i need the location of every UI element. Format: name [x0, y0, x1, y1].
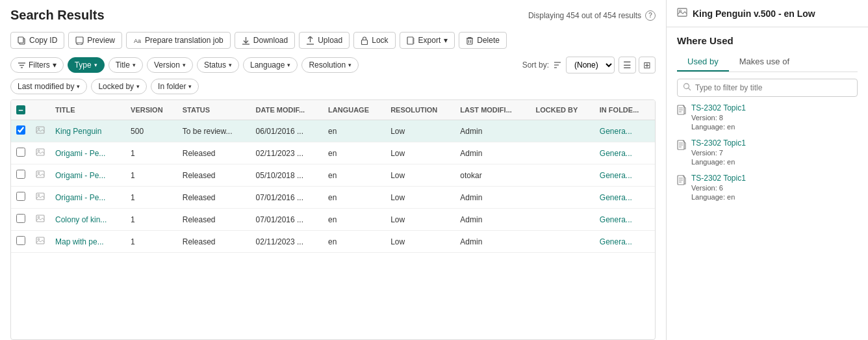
lock-button[interactable]: Lock — [353, 32, 395, 49]
th-status: STATUS — [177, 100, 251, 120]
table-header-row: TITLE VERSION STATUS DATE MODIF... LANGU… — [11, 100, 655, 120]
svg-point-36 — [38, 239, 39, 240]
result-doc-icon — [677, 175, 686, 201]
where-used-section: Where Used Used by Makes use of — [667, 27, 868, 79]
sort-area: Sort by: (None) ☰ ⊞ — [522, 57, 656, 73]
delete-button[interactable]: Delete — [459, 32, 507, 49]
row-title-link[interactable]: King Penguin — [55, 127, 101, 136]
row-title-link[interactable]: Origami - Pe... — [55, 149, 105, 158]
result-topic-link[interactable]: TS-2302 Topic1 — [691, 138, 746, 148]
filter-search-input[interactable] — [695, 83, 852, 92]
row-language: en — [323, 209, 385, 231]
filter-search-box[interactable] — [677, 79, 858, 97]
tab-used-by[interactable]: Used by — [677, 53, 729, 72]
version-chevron: ▾ — [183, 62, 186, 68]
result-topic-link[interactable]: TS-2302 Topic1 — [691, 103, 746, 112]
page-title: Search Results — [10, 8, 105, 23]
download-button[interactable]: Download — [235, 32, 295, 49]
row-checkbox[interactable] — [16, 125, 25, 135]
table-row: King Penguin 500 To be review... 06/01/2… — [11, 120, 655, 142]
translate-icon: Aa — [133, 36, 142, 45]
sort-icon — [553, 60, 562, 70]
tab-makes-use-of[interactable]: Makes use of — [729, 53, 800, 72]
locked-by-filter-button[interactable]: Locked by ▾ — [91, 79, 147, 94]
title-filter-button[interactable]: Title ▾ — [108, 57, 143, 73]
toolbar: Copy ID Preview Aa Prepare translation j… — [10, 32, 656, 49]
right-panel: King Penguin v.500 - en Low Where Used U… — [667, 0, 868, 340]
preview-icon — [75, 36, 84, 45]
in-folder-filter-button[interactable]: In folder ▾ — [151, 79, 199, 94]
filters-button[interactable]: Filters ▾ — [10, 57, 64, 73]
row-folder-link[interactable]: Genera... — [600, 171, 632, 180]
result-topic-link[interactable]: TS-2302 Topic1 — [691, 174, 746, 183]
result-content: TS-2302 Topic1 Version: 7 Language: en — [691, 138, 746, 166]
download-icon — [242, 36, 250, 45]
result-content: TS-2302 Topic1 Version: 8 Language: en — [691, 103, 746, 131]
grid-view-button[interactable]: ⊞ — [639, 57, 656, 73]
prepare-translation-button[interactable]: Aa Prepare translation job — [126, 32, 231, 49]
row-status: Released — [177, 209, 251, 231]
row-title-link[interactable]: Origami - Pe... — [55, 171, 105, 180]
row-in-folder: Genera... — [594, 209, 655, 231]
row-title-link[interactable]: Map with pe... — [55, 237, 104, 246]
left-panel: Search Results Displaying 454 out of 454… — [0, 0, 667, 340]
select-all-checkbox[interactable] — [16, 105, 25, 114]
row-icon-cell — [31, 209, 50, 231]
result-item: TS-2302 Topic1 Version: 6 Language: en — [677, 174, 858, 201]
row-folder-link[interactable]: Genera... — [600, 215, 632, 224]
row-folder-link[interactable]: Genera... — [600, 127, 632, 136]
row-checkbox[interactable] — [16, 236, 25, 245]
row-title-link[interactable]: Origami - Pe... — [55, 193, 105, 202]
svg-point-34 — [38, 216, 39, 218]
info-icon[interactable]: ? — [645, 10, 656, 21]
table-row: Map with pe... 1 Released 02/11/2023 ...… — [11, 231, 655, 253]
list-view-button[interactable]: ☰ — [619, 57, 636, 73]
row-folder-link[interactable]: Genera... — [600, 149, 632, 158]
result-language: Language: en — [691, 193, 746, 201]
language-filter-button[interactable]: Language ▾ — [243, 57, 298, 73]
export-dropdown-arrow: ▾ — [444, 36, 448, 45]
row-status: Released — [177, 231, 251, 253]
result-doc-icon — [677, 105, 686, 131]
resolution-filter-button[interactable]: Resolution ▾ — [301, 57, 359, 73]
last-modified-by-filter-button[interactable]: Last modified by ▾ — [10, 79, 87, 94]
filter-icon — [18, 62, 26, 69]
row-title: King Penguin — [50, 120, 125, 142]
row-locked-by — [531, 209, 594, 231]
sort-select[interactable]: (None) — [566, 57, 615, 73]
row-version: 1 — [125, 142, 177, 164]
row-checkbox[interactable] — [16, 192, 25, 201]
export-button[interactable]: Export ▾ — [400, 32, 455, 49]
export-icon — [407, 36, 415, 45]
row-folder-link[interactable]: Genera... — [600, 193, 632, 202]
asset-icon — [677, 8, 687, 19]
row-checkbox[interactable] — [16, 148, 25, 157]
row-checkbox[interactable] — [16, 170, 25, 179]
th-resolution: RESOLUTION — [385, 100, 455, 120]
row-title-link[interactable]: Colony of kin... — [55, 215, 107, 224]
row-version: 1 — [125, 209, 177, 231]
type-filter-button[interactable]: Type ▾ — [68, 57, 105, 73]
version-filter-button[interactable]: Version ▾ — [147, 57, 193, 73]
row-resolution: Low — [385, 164, 455, 187]
copy-id-button[interactable]: Copy ID — [10, 32, 64, 49]
row-version: 500 — [125, 120, 177, 142]
row-folder-link[interactable]: Genera... — [600, 237, 632, 246]
row-status: To be review... — [177, 120, 251, 142]
table-row: Colony of kin... 1 Released 07/01/2016 .… — [11, 209, 655, 231]
in-folder-chevron: ▾ — [188, 83, 192, 90]
row-checkbox[interactable] — [16, 214, 25, 223]
row-icon-cell — [31, 164, 50, 187]
row-in-folder: Genera... — [594, 187, 655, 209]
where-used-label: Where Used — [677, 35, 858, 46]
preview-button[interactable]: Preview — [68, 32, 122, 49]
row-type-icon — [36, 148, 45, 158]
status-filter-button[interactable]: Status ▾ — [197, 57, 239, 73]
upload-button[interactable]: Upload — [299, 32, 350, 49]
row-language: en — [323, 164, 385, 187]
svg-rect-1 — [18, 37, 23, 43]
row-last-modified: Admin — [455, 231, 530, 253]
right-panel-title: King Penguin v.500 - en Low — [693, 8, 815, 19]
language-chevron: ▾ — [287, 62, 290, 68]
result-language: Language: en — [691, 158, 746, 166]
